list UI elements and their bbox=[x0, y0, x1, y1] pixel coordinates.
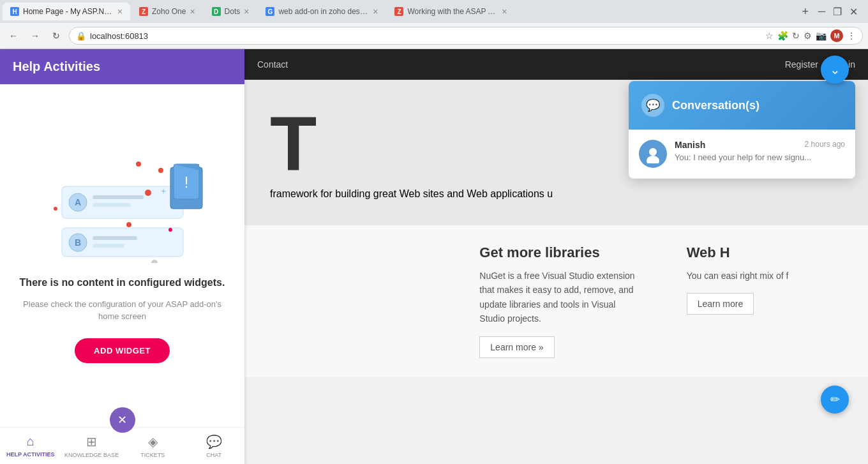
refresh-addr-icon[interactable]: ↻ bbox=[792, 31, 800, 41]
svg-text:B: B bbox=[74, 237, 80, 248]
conversation-title: Conversation(s) bbox=[672, 99, 760, 112]
svg-rect-3 bbox=[93, 195, 144, 199]
svg-point-7 bbox=[126, 222, 131, 227]
tab-zoho-title: Zoho One bbox=[152, 7, 186, 16]
nav-label-chat: CHAT bbox=[206, 452, 221, 458]
conversation-panel: 💬 Conversation(s) Manish 2 hours ago You… bbox=[629, 81, 855, 179]
svg-rect-12 bbox=[93, 236, 137, 240]
conv-name-0: Manish bbox=[675, 140, 705, 150]
card-web-title: Web H bbox=[687, 244, 842, 261]
svg-point-21 bbox=[151, 260, 158, 263]
nav-label-help: HELP ACTIVITIES bbox=[6, 451, 55, 458]
browser-chrome: HHome Page - My ASP.NET App...×ZZoho One… bbox=[0, 0, 868, 49]
extensions-icon[interactable]: 🧩 bbox=[777, 31, 788, 41]
chat-icon: 💬 bbox=[206, 434, 222, 449]
card-web: Web H You can easi right mix of f Learn … bbox=[661, 244, 868, 358]
tab-zoho-favicon: Z bbox=[139, 7, 148, 16]
tab-zoho2-close[interactable]: × bbox=[502, 6, 507, 17]
add-widget-button[interactable]: ADD WIDGET bbox=[75, 338, 170, 363]
svg-point-24 bbox=[647, 156, 659, 163]
address-bar[interactable]: 🔒 localhost:60813 ☆ 🧩 ↻ ⚙ 📷 M ⋮ bbox=[69, 27, 863, 45]
url-text: localhost:60813 bbox=[90, 31, 148, 41]
tab-zoho2[interactable]: ZWorking with the ASAP Add-C...× bbox=[387, 3, 514, 20]
card-web-text: You can easi right mix of f bbox=[687, 269, 842, 283]
tab-zoho[interactable]: ZZoho One× bbox=[131, 3, 203, 20]
svg-rect-13 bbox=[93, 244, 124, 248]
book-icon: ⊞ bbox=[86, 434, 97, 449]
tab-dots-close[interactable]: × bbox=[244, 6, 249, 17]
screenshot-icon[interactable]: 📷 bbox=[816, 31, 827, 41]
nav-item-knowledge-base[interactable]: ⊞ KNOWLEDGE BASE bbox=[61, 428, 123, 464]
card-nuget bbox=[244, 244, 454, 358]
scroll-down-button[interactable]: ⌄ bbox=[821, 56, 849, 84]
conversation-item-0[interactable]: Manish 2 hours ago You: I need your help… bbox=[629, 130, 855, 179]
tab-google-close[interactable]: × bbox=[373, 6, 378, 17]
chevron-down-icon: ⌄ bbox=[830, 62, 841, 77]
nav-item-tickets[interactable]: ◈ TICKETS bbox=[123, 428, 184, 464]
tab-google-favicon: G bbox=[266, 7, 274, 16]
no-content-desc: Please check the configuration of your A… bbox=[13, 298, 232, 323]
close-asap-button[interactable]: ✕ bbox=[110, 407, 135, 433]
widget-illustration: A ☆ + B bbox=[36, 148, 209, 263]
conv-time-0: 2 hours ago bbox=[805, 140, 845, 150]
asap-header-title: Help Activities bbox=[13, 59, 100, 73]
page-content: Help Activities A ☆ bbox=[0, 49, 868, 464]
tab-zoho-close[interactable]: × bbox=[190, 6, 195, 17]
conversation-header: 💬 Conversation(s) bbox=[629, 81, 855, 130]
card-libraries-text: NuGet is a free Visual Studio extension … bbox=[479, 269, 635, 326]
conv-name-row-0: Manish 2 hours ago bbox=[675, 140, 845, 150]
back-button[interactable]: ← bbox=[5, 28, 22, 43]
tab-home-close[interactable]: × bbox=[117, 6, 123, 17]
compose-button[interactable]: ✏ bbox=[821, 385, 849, 414]
bookmark-icon[interactable]: ☆ bbox=[765, 31, 774, 41]
svg-rect-4 bbox=[93, 203, 131, 207]
main-website: Contact Register Log in T framework for … bbox=[244, 49, 868, 464]
svg-point-5 bbox=[145, 190, 151, 196]
tab-home-favicon: H bbox=[10, 7, 19, 16]
conv-info-0: Manish 2 hours ago You: I need your help… bbox=[675, 140, 845, 162]
svg-text:A: A bbox=[74, 197, 80, 207]
nav-label-kb: KNOWLEDGE BASE bbox=[64, 452, 119, 458]
card-libraries-title: Get more libraries bbox=[479, 244, 635, 261]
address-bar-row: ← → ↻ 🔒 localhost:60813 ☆ 🧩 ↻ ⚙ 📷 M ⋮ bbox=[0, 23, 868, 49]
svg-point-22 bbox=[54, 207, 57, 211]
no-content-title: There is no content in configured widget… bbox=[20, 276, 225, 290]
website-topnav: Contact Register Log in bbox=[244, 49, 868, 80]
nav-item-chat[interactable]: 💬 CHAT bbox=[183, 428, 244, 464]
learn-more-button-1[interactable]: Learn more bbox=[687, 293, 754, 315]
tab-dots[interactable]: DDots× bbox=[204, 3, 257, 20]
tab-bar: HHome Page - My ASP.NET App...×ZZoho One… bbox=[0, 0, 868, 23]
home-icon: ⌂ bbox=[27, 434, 34, 449]
conv-preview-0: You: I need your help for new signu... bbox=[675, 153, 821, 162]
register-link[interactable]: Register bbox=[785, 59, 818, 70]
contact-link[interactable]: Contact bbox=[257, 59, 288, 70]
menu-icon[interactable]: ⋮ bbox=[847, 31, 856, 41]
svg-point-23 bbox=[649, 148, 657, 156]
card-libraries: Get more libraries NuGet is a free Visua… bbox=[454, 244, 661, 358]
asap-body: A ☆ + B bbox=[0, 84, 244, 427]
profile-icon[interactable]: M bbox=[830, 29, 843, 42]
tab-zoho2-favicon: Z bbox=[394, 7, 403, 16]
window-controls: ─ ❐ ✕ bbox=[816, 3, 865, 20]
tab-home[interactable]: HHome Page - My ASP.NET App...× bbox=[3, 3, 130, 20]
new-tab-button[interactable]: + bbox=[797, 3, 814, 20]
minimize-button[interactable]: ─ bbox=[816, 3, 828, 20]
close-window-button[interactable]: ✕ bbox=[847, 3, 860, 20]
learn-more-button-0[interactable]: Learn more » bbox=[479, 336, 554, 358]
maximize-button[interactable]: ❐ bbox=[830, 3, 844, 20]
website-cards: Get more libraries NuGet is a free Visua… bbox=[244, 225, 868, 377]
nav-label-tickets: TICKETS bbox=[140, 452, 165, 458]
svg-point-20 bbox=[136, 161, 141, 167]
svg-point-14 bbox=[168, 228, 172, 232]
refresh-button[interactable]: ↻ bbox=[49, 28, 64, 43]
asap-header: Help Activities bbox=[0, 49, 244, 84]
hero-subtitle: framework for building great Web sites a… bbox=[270, 188, 842, 200]
edit-icon: ✏ bbox=[830, 393, 840, 407]
nav-item-help-activities[interactable]: ⌂ HELP ACTIVITIES bbox=[0, 428, 61, 464]
svg-point-19 bbox=[158, 168, 163, 173]
settings-icon[interactable]: ⚙ bbox=[804, 31, 812, 41]
forward-button[interactable]: → bbox=[27, 28, 43, 43]
ticket-icon: ◈ bbox=[148, 434, 158, 449]
tab-google[interactable]: Gweb add-on in zoho desk - Go...× bbox=[258, 3, 385, 20]
tab-dots-favicon: D bbox=[212, 7, 221, 16]
